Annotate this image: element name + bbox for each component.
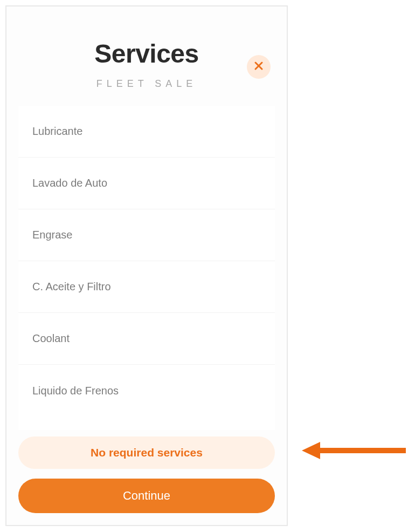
service-item-label: Lavado de Auto <box>32 177 107 189</box>
service-item-label: Liquido de Frenos <box>32 385 119 397</box>
no-required-services-button[interactable]: No required services <box>18 436 275 469</box>
continue-button[interactable]: Continue <box>18 479 275 513</box>
service-item-lubricante[interactable]: Lubricante <box>18 106 275 158</box>
service-item-label: Lubricante <box>32 125 82 138</box>
service-item-aceite-filtro[interactable]: C. Aceite y Filtro <box>18 261 275 313</box>
service-item-label: Coolant <box>32 332 70 345</box>
service-item-engrase[interactable]: Engrase <box>18 209 275 261</box>
modal-title: Services <box>6 39 287 69</box>
modal-header: Services FLEET SALE <box>6 6 287 100</box>
button-label: Continue <box>123 489 170 503</box>
annotation-arrow <box>301 440 409 463</box>
close-button[interactable] <box>247 55 271 79</box>
service-item-label: C. Aceite y Filtro <box>32 281 111 293</box>
service-item-coolant[interactable]: Coolant <box>18 313 275 365</box>
services-list: Lubricante Lavado de Auto Engrase C. Ace… <box>18 106 275 430</box>
service-item-label: Engrase <box>32 229 73 241</box>
arrow-left-icon <box>301 440 409 463</box>
modal-subtitle: FLEET SALE <box>6 78 287 90</box>
svg-marker-1 <box>302 442 320 459</box>
button-label: No required services <box>91 446 203 459</box>
services-modal: Services FLEET SALE Lubricante Lavado de… <box>5 5 288 526</box>
modal-footer: No required services Continue <box>6 430 287 525</box>
close-icon <box>253 60 264 73</box>
service-item-lavado[interactable]: Lavado de Auto <box>18 158 275 209</box>
service-item-liquido-frenos[interactable]: Liquido de Frenos <box>18 365 275 417</box>
